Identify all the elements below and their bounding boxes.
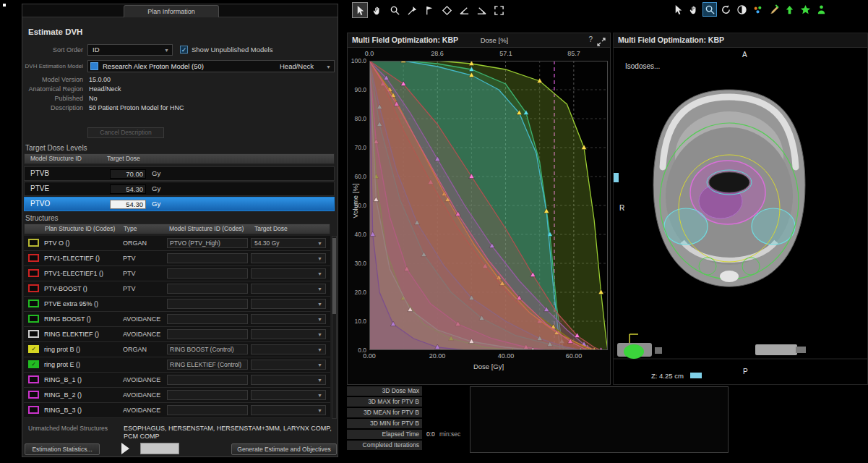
arrow-up-icon[interactable] — [782, 2, 796, 17]
structure-dose-dropdown[interactable]: 54.30 Gy ▼ — [251, 238, 326, 248]
structure-row[interactable]: PTVE extra 95% () ▼ — [24, 297, 330, 312]
dvh-model-dropdown[interactable]: Research Alex Proton Model (50) Head/Nec… — [87, 60, 335, 72]
info-label: Published — [22, 95, 83, 102]
cancel-description-button[interactable]: Cancel Description — [87, 127, 164, 138]
target-dose-row[interactable]: PTVB 70.00 Gy — [24, 166, 335, 181]
target-dose-row[interactable]: PTVO 54.30 Gy — [24, 197, 335, 211]
structure-color-swatch[interactable] — [28, 375, 39, 383]
structure-color-swatch[interactable] — [28, 284, 39, 292]
brush-tool-icon[interactable] — [766, 2, 781, 17]
model-label: DVH Estimation Model — [22, 63, 83, 69]
estimation-statistics-button[interactable]: Estimation Statistics... — [25, 443, 100, 455]
structure-model-dropdown[interactable] — [167, 299, 248, 309]
structure-color-swatch[interactable] — [28, 315, 39, 323]
structure-dose-dropdown[interactable]: ▼ — [251, 360, 326, 370]
structure-dose-dropdown[interactable]: ▼ — [251, 299, 326, 309]
dvh-plot[interactable] — [369, 61, 608, 350]
target-dose-input[interactable]: 70.00 — [110, 169, 146, 179]
structure-id: RING_B_2 () — [44, 388, 82, 402]
dose-unit: Gy — [152, 167, 160, 180]
structure-color-swatch[interactable] — [28, 269, 39, 277]
structure-row[interactable]: PTV1-ELECTIEF1 () PTV ▼ — [24, 266, 330, 281]
structure-type: AVOIDANCE — [123, 327, 160, 341]
structure-row[interactable]: RING BOOST () AVOIDANCE ▼ — [24, 312, 330, 327]
structure-row[interactable]: RING ELEKTIEF () AVOIDANCE ▼ — [24, 327, 330, 342]
structure-id: ring prot B () — [44, 342, 80, 357]
target-dose-input[interactable]: 54.30 — [110, 200, 146, 209]
caret-down-icon: ▼ — [317, 256, 322, 261]
contrast-tool-icon[interactable] — [734, 2, 749, 17]
structure-color-swatch[interactable] — [28, 300, 39, 307]
pointer-tool-icon[interactable] — [352, 2, 368, 18]
structure-row[interactable]: RING_B_3 () AVOIDANCE ▼ — [24, 403, 330, 418]
structure-model-dropdown[interactable] — [167, 375, 248, 385]
show-unpublished-checkbox[interactable]: ✓ — [180, 46, 188, 54]
play-icon[interactable] — [121, 443, 129, 454]
probe-tool-icon[interactable] — [404, 2, 420, 18]
structures-scrollbar[interactable] — [332, 236, 337, 419]
structure-model-dropdown[interactable]: RING ELEKTIEF (Control) — [167, 360, 248, 370]
rotate-tool-icon[interactable] — [718, 2, 733, 17]
structure-model-dropdown[interactable] — [167, 253, 248, 263]
target-dose-input[interactable]: 54.30 — [110, 184, 146, 194]
structure-dose-dropdown[interactable]: ▼ — [251, 375, 326, 385]
structure-dose-dropdown[interactable]: ▼ — [251, 405, 326, 415]
structure-model-dropdown[interactable] — [167, 390, 248, 400]
structure-row[interactable]: ✓ ring prot E () RING ELEKTIEF (Control)… — [24, 357, 330, 373]
target-dose-row[interactable]: PTVE 54.30 Gy — [24, 182, 335, 196]
structure-row[interactable]: RING_B_2 () AVOIDANCE ▼ — [24, 388, 330, 403]
structure-dose-dropdown[interactable]: ▼ — [251, 344, 326, 354]
star-icon[interactable] — [798, 2, 812, 17]
structure-color-swatch[interactable] — [28, 406, 39, 414]
structure-dose-dropdown[interactable]: ▼ — [251, 314, 326, 324]
structure-row[interactable]: PTV O () ORGAN PTVO (PTV_High) 54.30 Gy … — [24, 236, 330, 251]
expand-icon[interactable] — [597, 36, 606, 49]
zoom-tool-icon[interactable] — [387, 2, 403, 18]
structure-dose-dropdown[interactable]: ▼ — [251, 284, 326, 294]
structure-model-dropdown[interactable] — [167, 329, 248, 339]
model-value: Research Alex Proton Model (50) — [103, 61, 204, 72]
structure-color-swatch[interactable] — [28, 391, 39, 399]
pan-tool-icon[interactable] — [687, 2, 701, 17]
structure-model-dropdown[interactable] — [167, 314, 248, 324]
zoom-tool-icon[interactable] — [702, 2, 717, 17]
structure-color-swatch[interactable] — [28, 330, 39, 338]
info-label: Anatomical Region — [22, 85, 83, 93]
scrollbar-thumb[interactable] — [332, 238, 336, 314]
help-icon[interactable]: ? — [588, 35, 593, 43]
sort-order-dropdown[interactable]: ID ▼ — [87, 44, 173, 56]
flag-tool-icon[interactable] — [421, 2, 437, 18]
diamond-tool-icon[interactable] — [439, 2, 455, 18]
angle-left-tool-icon[interactable] — [456, 2, 472, 18]
structure-row[interactable]: PTV1-ELECTIEF () PTV ▼ — [24, 251, 330, 266]
structure-type: ORGAN — [123, 236, 147, 250]
structure-color-swatch[interactable] — [28, 254, 39, 262]
structure-row[interactable]: PTV-BOOST () PTV ▼ — [24, 281, 330, 297]
slice-slider-handle[interactable] — [614, 173, 619, 182]
person-icon[interactable] — [814, 2, 828, 17]
fit-view-icon[interactable] — [491, 2, 507, 18]
palette-tool-icon[interactable] — [750, 2, 765, 17]
structure-dose-dropdown[interactable]: ▼ — [251, 390, 326, 400]
tab-plan-information[interactable]: Plan Information — [124, 5, 219, 17]
plan-information-panel: Plan Information Estimate DVH Sort Order… — [22, 4, 338, 457]
ct-image[interactable] — [614, 48, 868, 386]
structure-model-dropdown[interactable] — [167, 405, 248, 415]
generate-estimate-button[interactable]: Generate Estimate and Objectives — [231, 443, 337, 455]
structure-color-swatch[interactable]: ✓ — [28, 360, 39, 368]
structure-model-dropdown[interactable]: RING BOOST (Control) — [167, 344, 248, 354]
structure-color-swatch[interactable]: ✓ — [28, 345, 39, 353]
structure-model-dropdown[interactable] — [167, 284, 248, 294]
angle-right-tool-icon[interactable] — [473, 2, 489, 18]
structure-row[interactable]: RING_B_1 () AVOIDANCE ▼ — [24, 373, 330, 388]
structure-dose-dropdown[interactable]: ▼ — [251, 329, 326, 339]
structure-row[interactable]: ✓ ring prot B () ORGAN RING BOOST (Contr… — [24, 342, 330, 357]
unmatched-structures-label: Unmatched Model Structures — [28, 425, 108, 432]
structure-dose-dropdown[interactable]: ▼ — [251, 253, 326, 263]
pointer-tool-icon[interactable] — [671, 2, 685, 17]
pan-tool-icon[interactable] — [369, 2, 385, 18]
structure-model-dropdown[interactable]: PTVO (PTV_High) — [167, 238, 248, 248]
structure-model-dropdown[interactable] — [167, 268, 248, 279]
structure-color-swatch[interactable] — [28, 239, 39, 247]
structure-dose-dropdown[interactable]: ▼ — [251, 268, 326, 279]
